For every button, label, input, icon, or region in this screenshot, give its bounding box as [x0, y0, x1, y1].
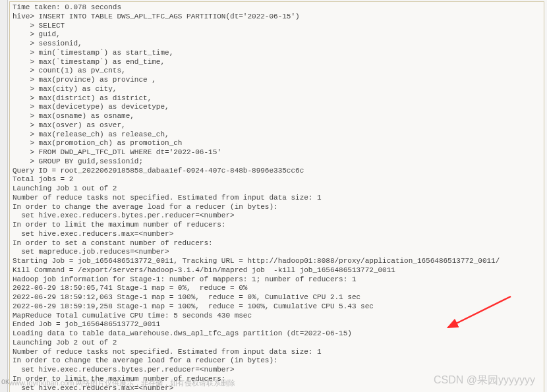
- terminal-line: Starting Job = job_1656486513772_0011, T…: [13, 257, 541, 266]
- terminal-line: set hive.exec.reducers.max=<number>: [13, 230, 541, 239]
- terminal-line: > max(osname) as osname,: [13, 112, 541, 121]
- watermark-source: www.toymoban.com 网络图片仅供展示，非存储，如有侵权请联系删除: [9, 379, 235, 388]
- terminal-line: Time taken: 0.078 seconds: [13, 3, 541, 13]
- terminal-line: > min(`timestamp`) as start_time,: [13, 49, 541, 58]
- terminal-line: > max(osver) as osver,: [13, 121, 541, 130]
- terminal-line: > FROM DWD_APL_TFC_DTL WHERE dt='2022-06…: [13, 148, 541, 157]
- terminal-line: > max(`timestamp`) as end_time,: [13, 58, 541, 67]
- editor-gutter: [0, 0, 8, 392]
- watermark-author: CSDN @果园yyyyyyy: [434, 374, 535, 387]
- terminal-line: 2022-06-29 18:59:12,063 Stage-1 map = 10…: [13, 293, 541, 302]
- terminal-line: In order to set a constant number of red…: [13, 239, 541, 248]
- terminal-line: Number of reduce tasks not specified. Es…: [13, 194, 541, 203]
- terminal-line: > max(district) as district,: [13, 94, 541, 103]
- terminal-line: > SELECT: [13, 22, 541, 31]
- terminal-line: Loading data to table data_warehouse.dws…: [13, 329, 541, 339]
- terminal-line: > sessionid,: [13, 40, 541, 49]
- terminal-line: set hive.exec.reducers.bytes.per.reducer…: [13, 211, 541, 221]
- terminal-line: Ended Job = job_1656486513772_0011: [13, 320, 541, 329]
- terminal-line: > count(1) as pv_cnts,: [13, 67, 541, 76]
- terminal-line: 2022-06-29 18:59:19,258 Stage-1 map = 10…: [13, 302, 541, 312]
- terminal-line: In order to limit the maximum number of …: [13, 221, 541, 230]
- terminal-line: > max(city) as city,: [13, 85, 541, 94]
- terminal-line: > max(promotion_ch) as promotion_ch: [13, 139, 541, 148]
- terminal-line: Total jobs = 2: [13, 175, 541, 184]
- terminal-line: Number of reduce tasks not specified. Es…: [13, 348, 541, 357]
- terminal-line: In order to change the average load for …: [13, 356, 541, 366]
- terminal-line: Launching Job 1 out of 2: [13, 184, 541, 194]
- terminal-line: Launching Job 2 out of 2: [13, 339, 541, 348]
- terminal-line: > max(province) as province ,: [13, 76, 541, 85]
- terminal-line: Query ID = root_20220629185858_dabaa1ef-…: [13, 167, 541, 176]
- terminal-line: MapReduce Total cumulative CPU time: 5 s…: [13, 312, 541, 321]
- terminal-output[interactable]: Time taken: 0.078 secondshive> INSERT IN…: [9, 1, 544, 392]
- terminal-line: > GROUP BY guid,sessionid;: [13, 157, 541, 167]
- terminal-line: Kill Command = /export/servers/hadoop-3.…: [13, 266, 541, 275]
- terminal-line: set mapreduce.job.reduces=<number>: [13, 248, 541, 257]
- terminal-line: Hadoop job information for Stage-1: numb…: [13, 275, 541, 285]
- terminal-line: 2022-06-29 18:59:05,741 Stage-1 map = 0%…: [13, 284, 541, 293]
- terminal-line: > guid,: [13, 30, 541, 40]
- terminal-line: hive> INSERT INTO TABLE DWS_APL_TFC_AGS …: [13, 13, 541, 22]
- status-ok: OK: [1, 379, 9, 387]
- terminal-line: > max(devicetype) as devicetype,: [13, 103, 541, 112]
- terminal-line: In order to change the average load for …: [13, 203, 541, 212]
- terminal-line: > max(release_ch) as release_ch,: [13, 130, 541, 140]
